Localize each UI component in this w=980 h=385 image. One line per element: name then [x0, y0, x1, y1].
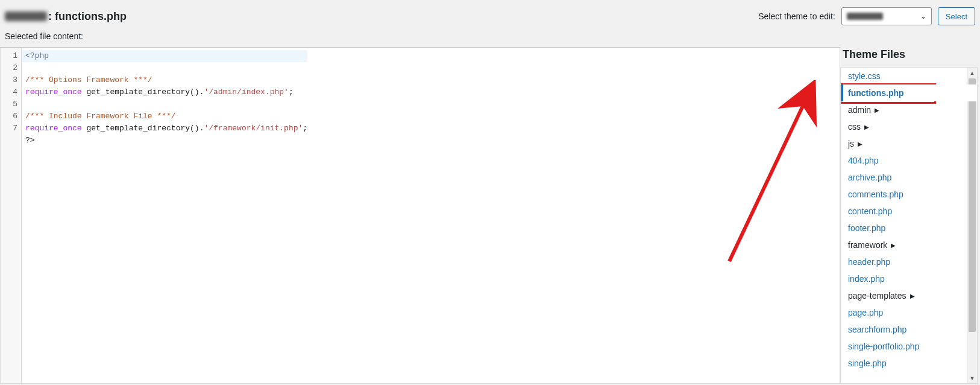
file-item-label: js [848, 139, 854, 148]
chevron-right-icon: ▶ [891, 242, 896, 249]
code-line: require_once get_template_directory().'/… [25, 88, 294, 97]
theme-select-group: Select theme to edit: ⌄ Select [758, 7, 975, 25]
file-item-label: framework [848, 240, 887, 250]
chevron-right-icon: ▶ [858, 141, 862, 147]
header-bar: : functions.php Select theme to edit: ⌄ … [0, 0, 980, 29]
file-item-label: index.php [848, 274, 885, 284]
selected-theme-blurred [847, 13, 883, 20]
file-item-label: 404.php [848, 156, 879, 165]
file-item-label: style.css [848, 71, 881, 81]
selected-file-label: Selected file content: [0, 29, 980, 47]
file-item[interactable]: single-portfolio.php [841, 338, 977, 355]
file-item[interactable]: single.php [841, 355, 977, 372]
file-item[interactable]: comments.php [841, 186, 977, 203]
line-number-gutter: 1234567 [1, 48, 22, 383]
theme-select-dropdown[interactable]: ⌄ [841, 7, 932, 25]
file-item-label: footer.php [848, 223, 885, 233]
folder-item[interactable]: js▶ [841, 135, 977, 152]
code-line: <?php [22, 50, 307, 62]
code-line: require_once get_template_directory().'/… [25, 124, 307, 133]
file-item[interactable]: page.php [841, 304, 977, 321]
file-item[interactable]: header.php [841, 253, 977, 270]
file-item-label: page-templates [848, 291, 906, 301]
theme-name-blurred [5, 11, 47, 21]
main-area: 1234567 <?php /*** Options Framework ***… [0, 47, 980, 384]
file-item-label: searchform.php [848, 325, 906, 334]
file-item-label: functions.php [848, 88, 904, 98]
theme-select-label: Select theme to edit: [758, 11, 835, 21]
page-title: : functions.php [5, 10, 127, 23]
chevron-right-icon: ▶ [864, 124, 869, 130]
file-item[interactable]: style.css [841, 68, 977, 84]
file-item-label: css [848, 122, 861, 132]
code-line: /*** Options Framework ***/ [25, 75, 152, 84]
code-line: /*** Include Framework File ***/ [25, 112, 176, 121]
folder-item[interactable]: framework▶ [841, 237, 977, 253]
file-item[interactable]: 404.php [841, 152, 977, 169]
theme-files-sidebar: Theme Files ▲ ▼ style.cssfunctions.phpad… [840, 47, 978, 384]
file-item-label: archive.php [848, 173, 891, 182]
select-button[interactable]: Select [938, 7, 975, 25]
file-item-label: content.php [848, 206, 892, 216]
sidebar-heading: Theme Files [840, 47, 978, 67]
chevron-right-icon: ▶ [910, 293, 915, 299]
file-item[interactable]: functions.php [841, 84, 977, 101]
scroll-down-icon[interactable]: ▼ [967, 373, 977, 383]
chevron-right-icon: ▶ [875, 107, 879, 113]
file-item-label: page.php [848, 308, 883, 317]
chevron-down-icon: ⌄ [920, 12, 926, 21]
folder-item[interactable]: css▶ [841, 118, 977, 135]
file-item[interactable]: footer.php [841, 220, 977, 237]
title-filename: functions.php [55, 10, 127, 22]
file-item[interactable]: content.php [841, 203, 977, 220]
code-area[interactable]: <?php /*** Options Framework ***/ requir… [22, 48, 307, 383]
code-line: ?> [25, 136, 35, 145]
file-item-label: comments.php [848, 189, 903, 199]
file-item[interactable]: searchform.php [841, 321, 977, 338]
folder-item[interactable]: admin▶ [841, 101, 977, 118]
file-item-label: admin [848, 105, 871, 115]
file-item-label: single.php [848, 358, 887, 368]
folder-item[interactable]: page-templates▶ [841, 287, 977, 304]
file-list: ▲ ▼ style.cssfunctions.phpadmin▶css▶js▶4… [840, 67, 978, 384]
file-item-label: header.php [848, 257, 890, 267]
file-item-label: single-portfolio.php [848, 342, 919, 351]
file-item[interactable]: archive.php [841, 169, 977, 186]
file-item[interactable]: index.php [841, 270, 977, 287]
code-editor[interactable]: 1234567 <?php /*** Options Framework ***… [0, 47, 840, 384]
code-line [25, 100, 30, 109]
